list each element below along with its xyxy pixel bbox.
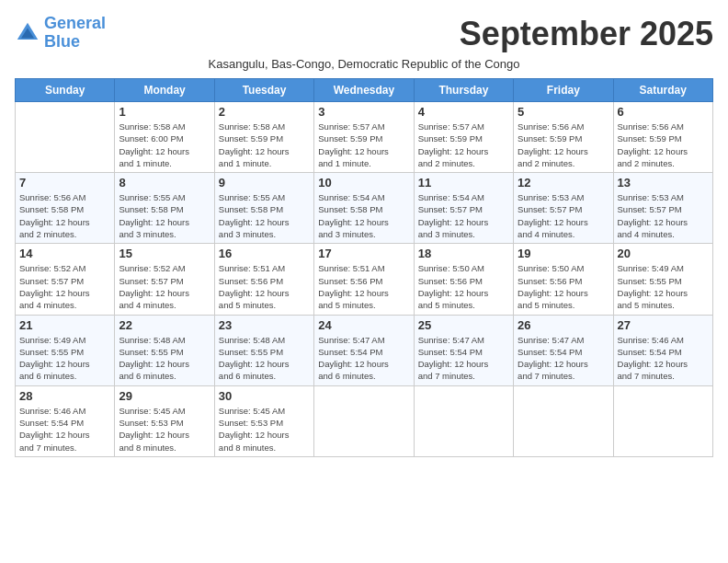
table-row [613,385,712,456]
day-info: Sunrise: 5:45 AMSunset: 5:53 PMDaylight:… [219,405,310,454]
day-number: 29 [119,389,210,403]
day-number: 8 [119,176,210,190]
day-number: 15 [119,247,210,260]
col-sunday: Sunday [16,79,115,102]
day-number: 28 [19,389,110,403]
day-info: Sunrise: 5:50 AMSunset: 5:56 PMDaylight:… [418,262,509,311]
day-info: Sunrise: 5:53 AMSunset: 5:57 PMDaylight:… [518,191,609,240]
table-row: 9Sunrise: 5:55 AMSunset: 5:58 PMDaylight… [214,173,313,244]
day-info: Sunrise: 5:52 AMSunset: 5:57 PMDaylight:… [119,262,210,311]
day-number: 4 [418,105,509,119]
day-info: Sunrise: 5:52 AMSunset: 5:57 PMDaylight:… [19,262,110,311]
table-row [414,385,513,456]
day-info: Sunrise: 5:56 AMSunset: 5:59 PMDaylight:… [618,121,709,169]
logo-text: General Blue [44,15,106,52]
day-info: Sunrise: 5:54 AMSunset: 5:57 PMDaylight:… [418,191,509,240]
day-number: 9 [219,176,310,190]
logo-blue: Blue [44,33,106,52]
col-tuesday: Tuesday [214,79,313,102]
calendar-week-row: 21Sunrise: 5:49 AMSunset: 5:55 PMDayligh… [16,315,713,385]
day-number: 27 [618,318,709,332]
day-number: 14 [19,247,110,260]
day-info: Sunrise: 5:58 AMSunset: 6:00 PMDaylight:… [119,121,210,169]
calendar-table: Sunday Monday Tuesday Wednesday Thursday… [15,78,713,457]
table-row: 12Sunrise: 5:53 AMSunset: 5:57 PMDayligh… [514,173,613,244]
table-row: 4Sunrise: 5:57 AMSunset: 5:59 PMDaylight… [414,102,513,173]
table-row [16,102,115,173]
col-saturday: Saturday [613,79,712,102]
day-info: Sunrise: 5:57 AMSunset: 5:59 PMDaylight:… [318,121,409,169]
calendar-week-row: 28Sunrise: 5:46 AMSunset: 5:54 PMDayligh… [16,385,713,456]
table-row: 11Sunrise: 5:54 AMSunset: 5:57 PMDayligh… [414,173,513,244]
table-row: 26Sunrise: 5:47 AMSunset: 5:54 PMDayligh… [514,315,613,385]
day-number: 30 [219,389,310,403]
table-row: 14Sunrise: 5:52 AMSunset: 5:57 PMDayligh… [16,244,115,315]
table-row [514,385,613,456]
logo: General Blue [15,15,106,52]
month-title: September 2025 [460,15,713,53]
table-row: 28Sunrise: 5:46 AMSunset: 5:54 PMDayligh… [16,385,115,456]
col-wednesday: Wednesday [314,79,414,102]
day-info: Sunrise: 5:49 AMSunset: 5:55 PMDaylight:… [19,334,110,383]
table-row: 16Sunrise: 5:51 AMSunset: 5:56 PMDayligh… [214,244,313,315]
calendar-week-row: 14Sunrise: 5:52 AMSunset: 5:57 PMDayligh… [16,244,713,315]
table-row: 1Sunrise: 5:58 AMSunset: 6:00 PMDaylight… [115,102,214,173]
table-row: 3Sunrise: 5:57 AMSunset: 5:59 PMDaylight… [314,102,414,173]
day-number: 2 [219,105,310,119]
day-info: Sunrise: 5:56 AMSunset: 5:59 PMDaylight:… [518,121,609,169]
day-number: 23 [219,318,310,332]
day-info: Sunrise: 5:48 AMSunset: 5:55 PMDaylight:… [119,334,210,383]
day-number: 5 [518,105,609,119]
day-number: 26 [518,318,609,332]
table-row: 20Sunrise: 5:49 AMSunset: 5:55 PMDayligh… [613,244,712,315]
day-info: Sunrise: 5:46 AMSunset: 5:54 PMDaylight:… [19,405,110,454]
header-top: General Blue September 2025 [15,15,713,53]
day-info: Sunrise: 5:56 AMSunset: 5:58 PMDaylight:… [19,191,110,240]
table-row: 27Sunrise: 5:46 AMSunset: 5:54 PMDayligh… [613,315,712,385]
day-number: 21 [19,318,110,332]
page-container: General Blue September 2025 Kasangulu, B… [15,15,713,457]
day-info: Sunrise: 5:47 AMSunset: 5:54 PMDaylight:… [418,334,509,383]
table-row: 7Sunrise: 5:56 AMSunset: 5:58 PMDaylight… [16,173,115,244]
table-row: 5Sunrise: 5:56 AMSunset: 5:59 PMDaylight… [514,102,613,173]
day-info: Sunrise: 5:45 AMSunset: 5:53 PMDaylight:… [119,405,210,454]
calendar-week-row: 1Sunrise: 5:58 AMSunset: 6:00 PMDaylight… [16,102,713,173]
day-info: Sunrise: 5:50 AMSunset: 5:56 PMDaylight:… [518,262,609,311]
day-number: 12 [518,176,609,190]
day-number: 11 [418,176,509,190]
table-row: 25Sunrise: 5:47 AMSunset: 5:54 PMDayligh… [414,315,513,385]
day-number: 24 [318,318,409,332]
day-number: 10 [318,176,409,190]
table-row: 18Sunrise: 5:50 AMSunset: 5:56 PMDayligh… [414,244,513,315]
day-number: 13 [618,176,709,190]
table-row [314,385,414,456]
day-info: Sunrise: 5:57 AMSunset: 5:59 PMDaylight:… [418,121,509,169]
day-info: Sunrise: 5:47 AMSunset: 5:54 PMDaylight:… [318,334,409,383]
subtitle: Kasangulu, Bas-Congo, Democratic Republi… [15,57,713,71]
table-row: 29Sunrise: 5:45 AMSunset: 5:53 PMDayligh… [115,385,214,456]
day-number: 25 [418,318,509,332]
day-number: 19 [518,247,609,260]
col-friday: Friday [514,79,613,102]
day-number: 20 [618,247,709,260]
day-info: Sunrise: 5:55 AMSunset: 5:58 PMDaylight:… [219,191,310,240]
day-info: Sunrise: 5:46 AMSunset: 5:54 PMDaylight:… [618,334,709,383]
table-row: 19Sunrise: 5:50 AMSunset: 5:56 PMDayligh… [514,244,613,315]
table-row: 23Sunrise: 5:48 AMSunset: 5:55 PMDayligh… [214,315,313,385]
table-row: 15Sunrise: 5:52 AMSunset: 5:57 PMDayligh… [115,244,214,315]
calendar-week-row: 7Sunrise: 5:56 AMSunset: 5:58 PMDaylight… [16,173,713,244]
logo-general: General [44,14,106,32]
day-number: 22 [119,318,210,332]
table-row: 13Sunrise: 5:53 AMSunset: 5:57 PMDayligh… [613,173,712,244]
table-row: 24Sunrise: 5:47 AMSunset: 5:54 PMDayligh… [314,315,414,385]
day-number: 3 [318,105,409,119]
day-number: 17 [318,247,409,260]
day-number: 16 [219,247,310,260]
col-monday: Monday [115,79,214,102]
day-number: 18 [418,247,509,260]
col-thursday: Thursday [414,79,513,102]
day-number: 6 [618,105,709,119]
table-row: 17Sunrise: 5:51 AMSunset: 5:56 PMDayligh… [314,244,414,315]
logo-icon [15,20,40,46]
table-row: 30Sunrise: 5:45 AMSunset: 5:53 PMDayligh… [214,385,313,456]
